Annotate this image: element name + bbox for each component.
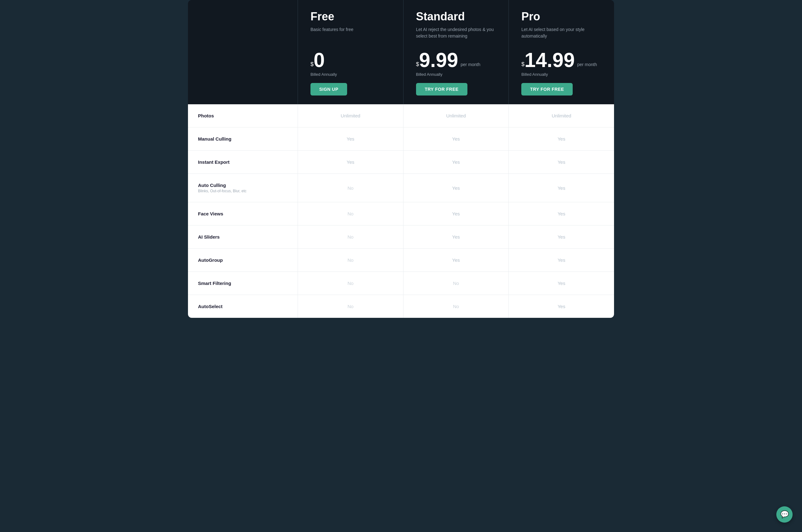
feature-row: Face ViewsNoYesYes — [188, 202, 614, 225]
feature-name-label: AI Sliders — [198, 234, 287, 240]
feature-row: AutoSelectNoNoYes — [188, 295, 614, 318]
feature-value-cell: Yes — [403, 202, 509, 225]
feature-value-text: Yes — [347, 159, 354, 165]
feature-name-cell: Auto CullingBlinks, Out-of-focus, Blur, … — [188, 174, 298, 202]
free-plan-description: Basic features for free — [311, 26, 391, 41]
feature-name-label: AutoSelect — [198, 304, 287, 309]
plan-free: Free Basic features for free $ 0 Billed … — [298, 0, 403, 104]
pro-price-row: $ 14.99 per month — [521, 50, 601, 70]
feature-value-text: Yes — [558, 281, 565, 286]
free-price-amount: 0 — [314, 50, 325, 70]
feature-value-cell: Yes — [298, 151, 403, 173]
feature-value-cell: Yes — [508, 272, 614, 294]
feature-value-cell: No — [298, 249, 403, 271]
feature-name-cell: AutoSelect — [188, 295, 298, 318]
feature-value-cell: Yes — [403, 151, 509, 173]
feature-value-cell: Yes — [403, 225, 509, 248]
feature-value-cell: Yes — [508, 202, 614, 225]
feature-name-label: Instant Export — [198, 159, 287, 165]
standard-cta-button[interactable]: TRY FOR FREE — [416, 83, 467, 95]
free-cta-button[interactable]: SIGN UP — [311, 83, 347, 95]
feature-value-cell: No — [298, 295, 403, 318]
page-wrapper: Free Basic features for free $ 0 Billed … — [188, 0, 614, 318]
feature-row: Manual CullingYesYesYes — [188, 128, 614, 151]
feature-value-text: Unlimited — [446, 113, 466, 118]
feature-name-label: Auto Culling — [198, 183, 287, 188]
feature-value-cell: Yes — [508, 151, 614, 173]
feature-value-text: Yes — [558, 159, 565, 165]
feature-value-text: Yes — [452, 159, 460, 165]
feature-value-cell: No — [403, 295, 509, 318]
feature-value-text: No — [348, 258, 353, 263]
feature-value-text: Yes — [452, 211, 460, 216]
feature-name-label: Face Views — [198, 211, 287, 216]
feature-name-cell: AI Sliders — [188, 225, 298, 248]
feature-name-cell: Instant Export — [188, 151, 298, 173]
feature-value-cell: No — [298, 174, 403, 202]
feature-name-cell: AutoGroup — [188, 249, 298, 271]
feature-subtitle-label: Blinks, Out-of-focus, Blur, etc — [198, 189, 287, 193]
free-plan-name: Free — [311, 10, 391, 23]
feature-value-text: Yes — [452, 234, 460, 240]
standard-dollar-sign: $ — [416, 61, 419, 68]
feature-value-text: Yes — [558, 185, 565, 191]
feature-value-text: No — [453, 281, 459, 286]
feature-value-text: Yes — [452, 258, 460, 263]
feature-name-label: AutoGroup — [198, 258, 287, 263]
free-price-row: $ 0 — [311, 50, 391, 70]
feature-value-text: Yes — [452, 185, 460, 191]
feature-value-text: No — [348, 281, 353, 286]
feature-value-cell: Yes — [298, 128, 403, 150]
feature-name-cell: Photos — [188, 104, 298, 127]
feature-value-text: Yes — [558, 258, 565, 263]
plan-pro: Pro Let AI select based on your style au… — [508, 0, 614, 104]
standard-price-row: $ 9.99 per month — [416, 50, 496, 70]
feature-value-cell: No — [298, 272, 403, 294]
feature-value-text: Yes — [558, 211, 565, 216]
standard-plan-name: Standard — [416, 10, 496, 23]
header-empty-cell — [188, 0, 298, 104]
feature-value-text: Yes — [558, 136, 565, 141]
feature-value-cell: Yes — [403, 174, 509, 202]
feature-name-label: Smart Filtering — [198, 281, 287, 286]
pro-price-period: per month — [577, 62, 597, 67]
pricing-header: Free Basic features for free $ 0 Billed … — [188, 0, 614, 104]
chat-bubble-button[interactable]: 💬 — [776, 506, 792, 522]
pro-billed-text: Billed Annually — [521, 72, 601, 77]
feature-name-cell: Manual Culling — [188, 128, 298, 150]
feature-value-cell: Yes — [508, 174, 614, 202]
feature-value-cell: Yes — [508, 225, 614, 248]
free-billed-text: Billed Annually — [311, 72, 391, 77]
feature-value-cell: Yes — [508, 128, 614, 150]
feature-value-cell: No — [298, 225, 403, 248]
feature-value-cell: Unlimited — [508, 104, 614, 127]
feature-name-cell: Smart Filtering — [188, 272, 298, 294]
standard-price-amount: 9.99 — [419, 50, 458, 70]
feature-value-cell: Unlimited — [298, 104, 403, 127]
feature-row: AI SlidersNoYesYes — [188, 225, 614, 249]
feature-value-text: No — [453, 304, 459, 309]
pro-plan-description: Let AI select based on your style automa… — [521, 26, 601, 41]
feature-name-label: Manual Culling — [198, 136, 287, 141]
feature-row: Smart FilteringNoNoYes — [188, 272, 614, 295]
feature-value-cell: Yes — [403, 249, 509, 271]
feature-row: PhotosUnlimitedUnlimitedUnlimited — [188, 104, 614, 128]
feature-value-text: Yes — [452, 136, 460, 141]
feature-value-cell: Yes — [403, 128, 509, 150]
standard-billed-text: Billed Annually — [416, 72, 496, 77]
feature-row: AutoGroupNoYesYes — [188, 249, 614, 272]
feature-row: Instant ExportYesYesYes — [188, 151, 614, 174]
feature-value-text: Unlimited — [341, 113, 360, 118]
free-dollar-sign: $ — [311, 61, 314, 68]
feature-value-text: Unlimited — [552, 113, 572, 118]
feature-value-text: No — [348, 234, 353, 240]
standard-plan-description: Let AI reject the undesired photos & you… — [416, 26, 496, 41]
feature-table: PhotosUnlimitedUnlimitedUnlimitedManual … — [188, 104, 614, 318]
pro-cta-button[interactable]: TRY FOR FREE — [521, 83, 573, 95]
feature-value-cell: Yes — [508, 295, 614, 318]
pro-plan-name: Pro — [521, 10, 601, 23]
feature-value-text: No — [348, 211, 353, 216]
feature-value-text: Yes — [558, 304, 565, 309]
feature-row: Auto CullingBlinks, Out-of-focus, Blur, … — [188, 174, 614, 202]
pro-price-amount: 14.99 — [524, 50, 575, 70]
